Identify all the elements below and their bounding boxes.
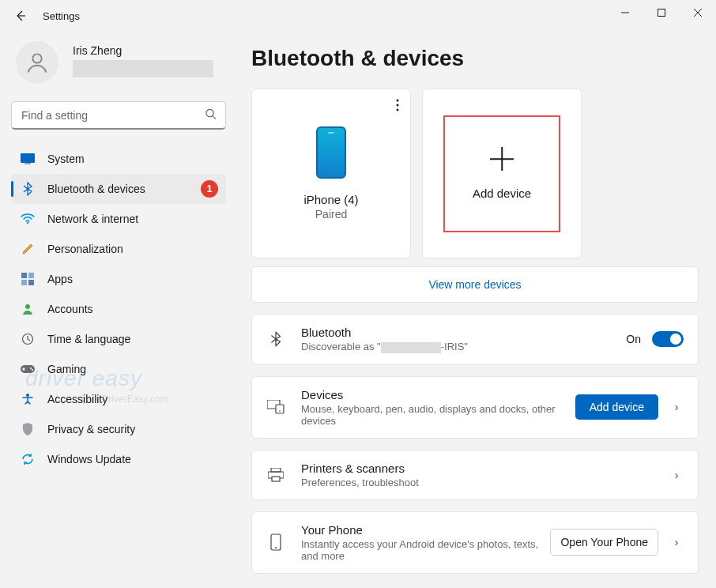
user-profile[interactable]: Iris Zheng bbox=[11, 41, 226, 84]
svg-rect-12 bbox=[21, 280, 27, 285]
phone-icon bbox=[316, 126, 346, 179]
user-email-redacted bbox=[73, 60, 213, 77]
add-device-card[interactable]: Add device bbox=[422, 89, 582, 258]
back-button[interactable] bbox=[9, 5, 32, 27]
update-icon bbox=[21, 452, 35, 466]
window-title: Settings bbox=[43, 10, 80, 22]
sidebar-item-bluetooth-devices[interactable]: Bluetooth & devices 1 bbox=[11, 174, 226, 204]
maximize-icon bbox=[658, 9, 665, 17]
row-title: Devices bbox=[301, 388, 575, 401]
chevron-right-icon[interactable]: › bbox=[669, 469, 684, 481]
svg-rect-1 bbox=[658, 9, 665, 17]
svg-rect-28 bbox=[272, 477, 280, 481]
device-more-button[interactable] bbox=[393, 96, 402, 118]
svg-point-20 bbox=[397, 100, 399, 102]
svg-rect-26 bbox=[271, 468, 281, 472]
bluetooth-icon bbox=[21, 182, 35, 196]
bluetooth-toggle[interactable] bbox=[652, 331, 684, 347]
maximize-button[interactable] bbox=[643, 0, 680, 25]
search-input[interactable] bbox=[11, 101, 226, 130]
device-status: Paired bbox=[315, 208, 347, 220]
wifi-icon bbox=[21, 212, 35, 226]
devices-icon bbox=[266, 400, 285, 414]
row-subtitle: Mouse, keyboard, pen, audio, displays an… bbox=[301, 403, 575, 427]
sidebar-item-system[interactable]: System bbox=[11, 144, 226, 174]
chevron-right-icon[interactable]: › bbox=[669, 401, 684, 413]
minimize-button[interactable] bbox=[607, 0, 643, 25]
search-icon bbox=[205, 108, 217, 123]
nav-label: Network & internet bbox=[47, 213, 138, 225]
nav-label: Gaming bbox=[47, 363, 86, 375]
paintbrush-icon bbox=[21, 242, 35, 256]
nav-label: Time & language bbox=[47, 333, 130, 345]
nav-label: System bbox=[47, 153, 85, 165]
row-title: Printers & scanners bbox=[301, 462, 669, 475]
svg-point-25 bbox=[279, 410, 281, 412]
row-subtitle: Instantly access your Android device's p… bbox=[301, 538, 550, 562]
minimize-icon bbox=[621, 9, 629, 17]
clock-icon bbox=[21, 332, 35, 346]
user-name: Iris Zheng bbox=[73, 44, 213, 57]
sidebar-item-personalization[interactable]: Personalization bbox=[11, 234, 226, 264]
sidebar-item-time-language[interactable]: Time & language bbox=[11, 324, 226, 354]
main-content: Bluetooth & devices iPhone (4) Paired Ad… bbox=[237, 32, 716, 588]
avatar bbox=[16, 41, 58, 84]
svg-rect-8 bbox=[24, 163, 31, 164]
nav-label: Privacy & security bbox=[47, 423, 135, 435]
row-title: Bluetooth bbox=[301, 326, 626, 339]
open-your-phone-button[interactable]: Open Your Phone bbox=[550, 529, 658, 556]
svg-point-19 bbox=[26, 394, 29, 397]
sidebar-item-windows-update[interactable]: Windows Update bbox=[11, 444, 226, 474]
window-controls bbox=[607, 0, 716, 25]
devices-row[interactable]: Devices Mouse, keyboard, pen, audio, dis… bbox=[251, 376, 699, 439]
nav-label: Windows Update bbox=[47, 453, 131, 466]
nav-list: System Bluetooth & devices 1 Network & i… bbox=[11, 144, 226, 474]
sidebar-item-accounts[interactable]: Accounts bbox=[11, 294, 226, 324]
close-button[interactable] bbox=[680, 0, 716, 25]
sidebar-item-gaming[interactable]: Gaming bbox=[11, 354, 226, 384]
your-phone-row[interactable]: Your Phone Instantly access your Android… bbox=[251, 511, 699, 574]
printers-row[interactable]: Printers & scanners Preferences, trouble… bbox=[251, 450, 699, 500]
device-name: iPhone (4) bbox=[303, 193, 358, 206]
bluetooth-row: Bluetooth Discoverable as "-IRIS" On bbox=[251, 314, 699, 365]
chevron-right-icon[interactable]: › bbox=[669, 536, 684, 548]
nav-label: Apps bbox=[47, 273, 73, 285]
nav-label: Bluetooth & devices bbox=[47, 183, 145, 195]
view-more-devices-link[interactable]: View more devices bbox=[251, 266, 699, 303]
view-more-text: View more devices bbox=[428, 278, 521, 291]
add-device-highlight: Add device bbox=[443, 115, 560, 232]
plus-icon bbox=[490, 147, 514, 171]
add-device-label: Add device bbox=[473, 187, 531, 200]
page-title: Bluetooth & devices bbox=[251, 46, 699, 71]
row-subtitle: Discoverable as "-IRIS" bbox=[301, 341, 626, 353]
svg-rect-11 bbox=[28, 273, 34, 278]
nav-label: Personalization bbox=[47, 243, 123, 255]
paired-device-card[interactable]: iPhone (4) Paired bbox=[251, 89, 411, 258]
svg-point-30 bbox=[275, 547, 277, 548]
svg-point-14 bbox=[25, 304, 30, 309]
user-icon bbox=[25, 51, 49, 74]
bluetooth-icon bbox=[266, 331, 285, 347]
device-cards: iPhone (4) Paired Add device bbox=[251, 89, 699, 258]
redacted-hostname bbox=[381, 342, 441, 353]
accessibility-icon bbox=[21, 392, 35, 406]
annotation-badge: 1 bbox=[201, 180, 218, 198]
toggle-state-label: On bbox=[626, 333, 641, 345]
sidebar-item-apps[interactable]: Apps bbox=[11, 264, 226, 294]
sidebar-item-network[interactable]: Network & internet bbox=[11, 204, 226, 234]
svg-point-4 bbox=[32, 54, 41, 62]
svg-line-6 bbox=[213, 116, 216, 119]
sidebar-item-privacy[interactable]: Privacy & security bbox=[11, 414, 226, 444]
row-subtitle: Preferences, troubleshoot bbox=[301, 477, 669, 488]
sidebar: Iris Zheng System Bluetooth & devices 1 bbox=[0, 32, 237, 588]
svg-point-17 bbox=[30, 368, 32, 369]
back-arrow-icon bbox=[14, 9, 27, 22]
search-container bbox=[11, 101, 226, 130]
close-icon bbox=[694, 9, 702, 17]
sidebar-item-accessibility[interactable]: Accessibility bbox=[11, 384, 226, 414]
svg-point-22 bbox=[397, 109, 399, 111]
add-device-button[interactable]: Add device bbox=[575, 394, 658, 420]
nav-label: Accounts bbox=[47, 303, 93, 315]
gaming-icon bbox=[21, 362, 35, 376]
svg-point-18 bbox=[32, 369, 33, 371]
